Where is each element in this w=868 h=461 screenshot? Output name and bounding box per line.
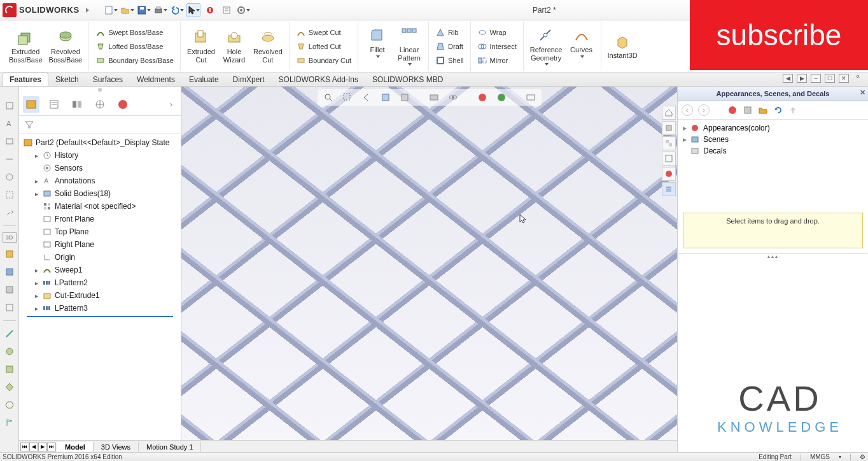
open-library-icon[interactable] bbox=[758, 105, 768, 115]
rollback-bar[interactable] bbox=[27, 316, 173, 317]
bottom-tab-model[interactable]: Model bbox=[57, 442, 94, 452]
extruded-boss-button[interactable]: Extruded Boss/Base bbox=[6, 27, 45, 64]
prev-view-icon[interactable] bbox=[360, 90, 374, 104]
subscribe-overlay[interactable]: subscribe bbox=[690, 0, 868, 70]
hole-wizard-button[interactable]: Hole Wizard bbox=[219, 27, 249, 64]
scenes-node[interactable]: ▸Scenes bbox=[682, 134, 864, 145]
hide-show-icon[interactable] bbox=[446, 90, 460, 104]
cube-outline-icon[interactable] bbox=[3, 301, 16, 314]
viewport-close-button[interactable]: ✕ bbox=[839, 74, 849, 83]
hex-icon[interactable] bbox=[3, 399, 16, 411]
wrap-button[interactable]: Wrap bbox=[475, 26, 519, 39]
sphere-icon[interactable] bbox=[3, 345, 16, 358]
tab-dimxpert[interactable]: DimXpert bbox=[226, 73, 272, 86]
viewport-maximize-button[interactable]: ☐ bbox=[825, 74, 835, 83]
bottom-tab-3dviews[interactable]: 3D Views bbox=[94, 442, 139, 452]
properties-list-icon[interactable] bbox=[662, 182, 676, 196]
swept-boss-button[interactable]: Swept Boss/Base bbox=[93, 26, 176, 39]
tab-features[interactable]: Features bbox=[3, 73, 48, 86]
status-customize-icon[interactable]: ⚙ bbox=[860, 453, 865, 460]
nav-back-icon[interactable]: ‹ bbox=[682, 104, 693, 116]
view-orientation-icon[interactable] bbox=[398, 90, 412, 104]
fillet-button[interactable]: Fillet bbox=[362, 25, 393, 66]
select-button[interactable] bbox=[186, 3, 200, 17]
tree-cut-extrude1[interactable]: ▸Cut-Extrude1 bbox=[20, 289, 179, 302]
revolved-cut-button[interactable]: Revolved Cut bbox=[251, 27, 285, 64]
display-style-icon[interactable] bbox=[427, 90, 441, 104]
expand-menu-icon[interactable] bbox=[86, 8, 89, 13]
measure-icon[interactable] bbox=[3, 153, 16, 166]
appearances-node[interactable]: ▸Appearances(color) bbox=[682, 122, 864, 134]
configuration-manager-tab-icon[interactable] bbox=[69, 96, 85, 113]
lofted-cut-button[interactable]: Lofted Cut bbox=[293, 40, 354, 53]
tree-lpattern3[interactable]: ▸LPattern3 bbox=[20, 302, 179, 315]
annotation-icon[interactable]: A bbox=[3, 117, 16, 130]
tab-nav-first-icon[interactable]: ⏮ bbox=[20, 443, 29, 451]
home-view-icon[interactable] bbox=[662, 106, 676, 120]
section-icon[interactable] bbox=[3, 188, 16, 201]
tab-nav-last-icon[interactable]: ⏭ bbox=[47, 443, 56, 451]
bottom-tab-motion[interactable]: Motion Study 1 bbox=[139, 442, 201, 452]
tab-addins[interactable]: SOLIDWORKS Add-Ins bbox=[272, 73, 365, 86]
drop-zone[interactable]: Select items to drag and drop. bbox=[683, 213, 863, 248]
tree-annotations[interactable]: ▸AAnnotations bbox=[20, 174, 179, 187]
mirror-button[interactable]: Mirror bbox=[475, 54, 519, 67]
swept-cut-button[interactable]: Swept Cut bbox=[293, 26, 354, 39]
undo-button[interactable] bbox=[170, 3, 184, 17]
tab-weldments[interactable]: Weldments bbox=[130, 73, 182, 86]
boundary-boss-button[interactable]: Boundary Boss/Base bbox=[93, 54, 176, 67]
drawing-icon[interactable] bbox=[662, 152, 676, 166]
tab-nav-next-icon[interactable]: ▶ bbox=[38, 443, 47, 451]
status-units[interactable]: MMGS bbox=[810, 453, 830, 460]
options-button[interactable] bbox=[236, 3, 250, 17]
linear-pattern-button[interactable]: Linear Pattern bbox=[394, 25, 424, 66]
edit-appearance-icon[interactable] bbox=[475, 90, 489, 104]
tab-surfaces[interactable]: Surfaces bbox=[86, 73, 130, 86]
tree-sensors[interactable]: Sensors bbox=[20, 162, 179, 174]
cube-green-icon[interactable] bbox=[3, 363, 16, 376]
graphics-viewport[interactable] bbox=[181, 87, 677, 452]
diamond-icon[interactable] bbox=[3, 381, 16, 394]
viewport-next-button[interactable]: ▶ bbox=[797, 74, 807, 83]
shell-button[interactable]: Shell bbox=[433, 54, 466, 67]
tree-material[interactable]: Material <not specified> bbox=[20, 200, 179, 213]
tree-lpattern2[interactable]: ▸LPattern2 bbox=[20, 276, 179, 289]
viewport-minimize-button[interactable]: – bbox=[811, 74, 821, 83]
print-button[interactable] bbox=[153, 3, 167, 17]
tree-origin[interactable]: Origin bbox=[20, 251, 179, 264]
tree-solid-bodies[interactable]: ▸Solid Bodies(18) bbox=[20, 187, 179, 200]
line-icon[interactable] bbox=[3, 327, 16, 340]
selection-filter-icon[interactable] bbox=[3, 99, 16, 112]
cube-yellow-icon[interactable] bbox=[3, 248, 16, 260]
open-file-button[interactable] bbox=[120, 3, 134, 17]
dimxpert-manager-tab-icon[interactable] bbox=[92, 96, 108, 113]
zoom-fit-icon[interactable] bbox=[321, 90, 335, 104]
save-button[interactable] bbox=[137, 3, 151, 17]
flag-icon[interactable] bbox=[3, 416, 16, 429]
tree-right-plane[interactable]: Right Plane bbox=[20, 238, 179, 251]
lofted-boss-button[interactable]: Lofted Boss/Base bbox=[93, 40, 176, 53]
tree-sweep1[interactable]: ▸Sweep1 bbox=[20, 264, 179, 276]
view-settings-icon[interactable] bbox=[524, 90, 538, 104]
decals-node[interactable]: ▸Decals bbox=[682, 145, 864, 157]
draft-button[interactable]: Draft bbox=[433, 40, 466, 53]
dimension-icon[interactable] bbox=[3, 135, 16, 148]
curves-button[interactable]: Curves bbox=[566, 25, 597, 66]
instant3d-button[interactable]: Instant3D bbox=[605, 31, 640, 60]
wrench-icon[interactable] bbox=[3, 206, 16, 219]
tree-history[interactable]: ▸History bbox=[20, 149, 179, 162]
tab-sketch[interactable]: Sketch bbox=[48, 73, 86, 86]
up-arrow-icon[interactable] bbox=[788, 106, 797, 115]
new-file-button[interactable] bbox=[104, 3, 118, 17]
boundary-cut-button[interactable]: Boundary Cut bbox=[293, 54, 354, 67]
part-icon[interactable] bbox=[662, 121, 676, 135]
cube-blue-icon[interactable] bbox=[3, 266, 16, 278]
revolved-boss-button[interactable]: Revolved Boss/Base bbox=[46, 27, 85, 64]
intersect-button[interactable]: Intersect bbox=[475, 40, 519, 53]
panel-drag-handle[interactable]: ▴▴▴ bbox=[678, 253, 868, 259]
tab-nav-prev-icon[interactable]: ◀ bbox=[29, 443, 38, 451]
rebuild-button[interactable] bbox=[203, 3, 217, 17]
appearance-ball-icon[interactable] bbox=[662, 167, 676, 181]
rib-button[interactable]: Rib bbox=[433, 26, 466, 39]
apply-scene-icon[interactable] bbox=[494, 90, 508, 104]
